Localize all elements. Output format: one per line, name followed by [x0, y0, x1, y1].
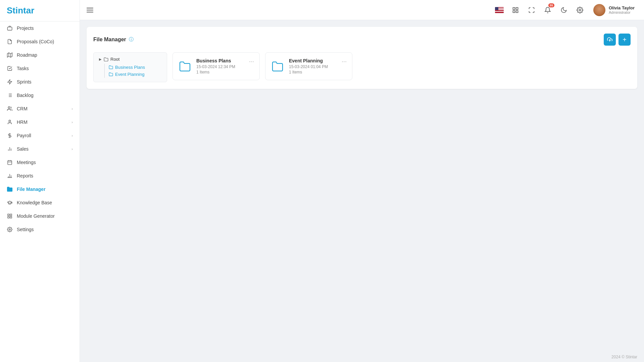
avatar: [593, 4, 605, 16]
notification-badge: 55: [548, 3, 554, 7]
sidebar-item-proposals[interactable]: Proposals (CoCo): [0, 35, 80, 48]
sidebar-label-projects: Projects: [17, 25, 34, 31]
sidebar-item-file-manager[interactable]: File Manager: [0, 183, 80, 196]
sidebar-label-settings: Settings: [17, 227, 34, 232]
fullscreen-icon[interactable]: [526, 5, 537, 15]
header: 55 Olivia Taylor Administrator: [80, 0, 644, 20]
folder-card-menu-event[interactable]: ···: [342, 58, 347, 65]
chevron-right-icon: ›: [71, 107, 73, 111]
fm-body: ▶ Root Business Plans Event Planning: [93, 52, 631, 82]
sidebar-label-proposals: Proposals (CoCo): [17, 39, 54, 44]
list-icon: [7, 92, 13, 98]
person-icon: [7, 119, 13, 125]
upload-button[interactable]: [604, 34, 616, 46]
svg-rect-25: [8, 214, 9, 216]
folder-card-icon-event: [271, 60, 284, 73]
sidebar-item-payroll[interactable]: Payroll ›: [0, 129, 80, 142]
sidebar: Stintar Projects Proposals (CoCo) Roadma…: [0, 0, 80, 362]
sidebar-label-backlog: Backlog: [17, 93, 34, 98]
header-right: 55 Olivia Taylor Administrator: [494, 3, 637, 17]
sidebar-label-reports: Reports: [17, 173, 33, 178]
sidebar-label-sales: Sales: [17, 146, 29, 152]
sidebar-label-meetings: Meetings: [17, 160, 36, 165]
add-button[interactable]: +: [618, 34, 631, 46]
user-name: Olivia Taylor: [609, 5, 635, 10]
sidebar-item-roadmap[interactable]: Roadmap: [0, 48, 80, 62]
sidebar-item-module-generator[interactable]: Module Generator: [0, 209, 80, 223]
svg-marker-4: [8, 80, 12, 84]
briefcase-icon: [7, 25, 13, 31]
sidebar-item-hrm[interactable]: HRM ›: [0, 115, 80, 129]
main-area: 55 Olivia Taylor Administrator: [80, 0, 644, 362]
apps-icon[interactable]: [510, 5, 521, 15]
tree-item-label: Event Planning: [115, 72, 144, 77]
sidebar-item-sprints[interactable]: Sprints: [0, 75, 80, 89]
sidebar-label-module-generator: Module Generator: [17, 213, 55, 219]
sidebar-item-tasks[interactable]: Tasks: [0, 62, 80, 75]
folder-cards: Business Plans 15-03-2024 12:34 PM 1 Ite…: [172, 52, 631, 80]
sidebar-label-sprints: Sprints: [17, 79, 32, 85]
folder-card-event-planning[interactable]: Event Planning 15-03-2024 01:04 PM 1 Ite…: [265, 52, 352, 80]
svg-rect-26: [10, 214, 12, 216]
header-left: [87, 8, 489, 12]
user-profile-area[interactable]: Olivia Taylor Administrator: [591, 3, 637, 17]
fm-title-area: File Manager ⓘ: [93, 37, 134, 43]
notifications-icon[interactable]: 55: [542, 5, 553, 15]
footer-text: 2024 © Stintar: [611, 355, 637, 359]
folder-card-count-event: 1 Items: [289, 70, 337, 74]
footer: 2024 © Stintar: [80, 352, 644, 362]
sidebar-item-sales[interactable]: Sales ›: [0, 142, 80, 156]
sidebar-label-crm: CRM: [17, 106, 28, 111]
svg-marker-1: [7, 53, 12, 57]
checkbox-icon: [7, 65, 13, 71]
svg-rect-17: [8, 161, 12, 165]
tree-branch: Business Plans Event Planning: [104, 64, 161, 78]
folder-card-menu-business[interactable]: ···: [249, 58, 254, 65]
svg-point-12: [9, 120, 10, 122]
sidebar-item-projects[interactable]: Projects: [0, 21, 80, 35]
settings-icon[interactable]: [575, 5, 585, 15]
folder-card-info-event: Event Planning 15-03-2024 01:04 PM 1 Ite…: [289, 58, 337, 74]
bar-chart-icon: [7, 173, 13, 179]
language-selector[interactable]: [494, 5, 505, 15]
dark-mode-icon[interactable]: [558, 5, 569, 15]
tree-item-business-plans[interactable]: Business Plans: [109, 64, 161, 71]
hamburger-menu[interactable]: [87, 8, 489, 12]
sidebar-item-reports[interactable]: Reports: [0, 169, 80, 183]
avatar-image: [593, 4, 605, 16]
tree-folder-icon: [109, 65, 113, 69]
info-icon[interactable]: ⓘ: [129, 37, 134, 43]
svg-rect-0: [7, 27, 12, 30]
svg-rect-31: [516, 7, 518, 9]
file-manager-card: File Manager ⓘ + ▶ Root: [87, 27, 637, 89]
logo-area: Stintar: [0, 0, 80, 21]
sidebar-item-knowledge-base[interactable]: Knowledge Base: [0, 196, 80, 209]
file-manager-title: File Manager: [93, 37, 126, 43]
chevron-right-icon: ›: [71, 120, 73, 124]
us-flag-icon: [495, 7, 504, 13]
tree-item-event-planning[interactable]: Event Planning: [109, 71, 161, 78]
dollar-icon: [7, 133, 13, 139]
tree-root[interactable]: ▶ Root: [99, 57, 161, 62]
main-content: File Manager ⓘ + ▶ Root: [80, 20, 644, 352]
tree-folder-icon: [109, 72, 113, 76]
sidebar-item-backlog[interactable]: Backlog: [0, 89, 80, 102]
folder-card-business-plans[interactable]: Business Plans 15-03-2024 12:34 PM 1 Ite…: [172, 52, 260, 80]
fm-actions: +: [604, 34, 631, 46]
sidebar-item-meetings[interactable]: Meetings: [0, 156, 80, 169]
svg-point-29: [9, 229, 10, 230]
chevron-right-icon: ›: [71, 147, 73, 151]
sidebar-label-payroll: Payroll: [17, 133, 31, 138]
folder-icon: [7, 186, 13, 192]
svg-point-34: [579, 9, 581, 11]
svg-point-11: [8, 107, 10, 108]
sidebar-item-crm[interactable]: CRM ›: [0, 102, 80, 115]
map-icon: [7, 52, 13, 58]
chevron-right-icon: ›: [71, 134, 73, 138]
svg-rect-32: [513, 10, 515, 12]
tree-item-label: Business Plans: [115, 65, 145, 70]
svg-rect-30: [513, 7, 515, 9]
sidebar-label-tasks: Tasks: [17, 66, 29, 71]
sidebar-label-hrm: HRM: [17, 119, 28, 125]
sidebar-item-settings[interactable]: Settings: [0, 223, 80, 236]
